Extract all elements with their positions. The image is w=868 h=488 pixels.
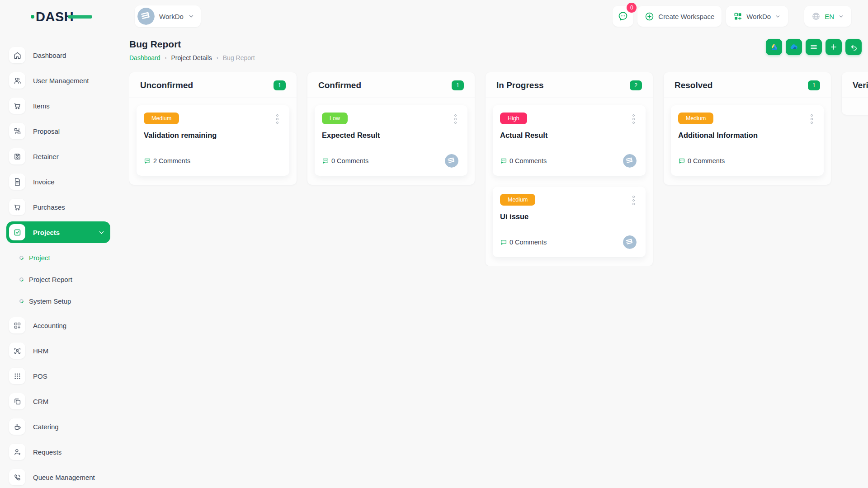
card-comments[interactable]: 0 Comments xyxy=(322,157,368,164)
onedrive-button[interactable] xyxy=(786,39,802,55)
dots-grid-icon xyxy=(9,368,25,384)
sidebar-item-queue-management[interactable]: Queue Management xyxy=(6,466,110,488)
card-comments[interactable]: 0 Comments xyxy=(678,157,725,164)
column-count-badge: 1 xyxy=(452,80,464,90)
column-title: Resolved xyxy=(675,80,712,90)
column-count-badge: 1 xyxy=(274,80,286,90)
assignee-avatar[interactable] xyxy=(801,154,815,168)
card-title[interactable]: Additional Information xyxy=(678,131,815,140)
sidebar-item-proposal[interactable]: Proposal xyxy=(6,120,110,142)
sidebar-subitem-project[interactable]: Project xyxy=(6,247,117,268)
card-menu-button[interactable] xyxy=(631,194,637,207)
card-comments[interactable]: 0 Comments xyxy=(500,239,547,246)
sidebar: Dashboard User Management Items Proposal… xyxy=(0,33,117,488)
card-menu-button[interactable] xyxy=(809,113,815,126)
sidebar-item-hrm[interactable]: HRM xyxy=(6,340,110,361)
priority-badge: Medium xyxy=(144,113,179,124)
breadcrumb-project-details[interactable]: Project Details xyxy=(171,54,212,61)
language-selector[interactable]: EN xyxy=(804,6,851,27)
card-title[interactable]: Validation remaining xyxy=(144,131,280,140)
breadcrumb: Dashboard › Project Details › Bug Report xyxy=(129,54,255,61)
breadcrumb-separator: › xyxy=(217,55,218,61)
sidebar-item-projects[interactable]: Projects xyxy=(6,221,110,243)
comment-icon xyxy=(322,157,329,164)
create-workspace-button[interactable]: Create Workspace xyxy=(637,6,722,27)
sidebar-item-crm[interactable]: CRM xyxy=(6,390,110,412)
chat-bubble-icon xyxy=(618,11,628,22)
assignee-avatar[interactable] xyxy=(267,154,280,168)
card-menu-button[interactable] xyxy=(274,113,280,126)
chevron-right-icon xyxy=(98,423,105,430)
chevron-right-icon xyxy=(98,474,105,481)
sidebar-item-dashboard[interactable]: Dashboard xyxy=(6,44,110,66)
undo-arrow-icon xyxy=(849,43,858,52)
comment-icon xyxy=(500,239,507,246)
sidebar-subitem-project-report[interactable]: Project Report xyxy=(6,268,117,290)
list-view-button[interactable] xyxy=(806,39,822,55)
card-comments[interactable]: 2 Comments xyxy=(144,157,190,164)
back-button[interactable] xyxy=(845,39,862,55)
kanban-card[interactable]: High Actual Result 0 Comments xyxy=(493,105,646,176)
kanban-card[interactable]: Medium Ui issue 0 Comments xyxy=(493,187,646,257)
sidebar-item-retainer[interactable]: Retainer xyxy=(6,145,110,167)
breadcrumb-dashboard[interactable]: Dashboard xyxy=(129,54,160,61)
file-text-icon xyxy=(9,174,25,190)
sidebar-item-pos[interactable]: POS xyxy=(6,365,110,387)
chevron-right-icon xyxy=(98,52,105,59)
submenu-bullet-icon xyxy=(19,277,24,282)
topbar: DASH WorkDo 0 Create Workspace WorkDo EN xyxy=(0,0,868,33)
submenu-bullet-icon xyxy=(19,298,24,304)
kanban-card[interactable]: Medium Validation remaining 2 Comments xyxy=(137,105,289,176)
chevron-down-icon xyxy=(98,229,105,236)
kanban-column-unconfirmed: Unconfirmed 1 Medium Validation remainin… xyxy=(129,72,297,185)
chevron-right-icon xyxy=(98,347,105,354)
sidebar-item-catering[interactable]: Catering xyxy=(6,416,110,437)
assignee-avatar[interactable] xyxy=(623,154,637,168)
kanban-column-verified: Verified xyxy=(842,72,868,115)
chevron-right-icon xyxy=(98,398,105,405)
chevron-down-icon xyxy=(775,14,781,19)
submenu-bullet-icon xyxy=(19,255,24,261)
sidebar-item-purchases[interactable]: Purchases xyxy=(6,196,110,218)
gdrive-button[interactable] xyxy=(766,39,782,55)
grid-plus-icon xyxy=(9,317,25,333)
sidebar-item-items[interactable]: Items xyxy=(6,95,110,117)
kanban-card[interactable]: Low Expected Result 0 Comments xyxy=(315,105,467,176)
workspace-selector[interactable]: WorkDo xyxy=(135,5,201,27)
card-menu-button[interactable] xyxy=(631,113,637,126)
assignee-avatar[interactable] xyxy=(623,235,637,249)
dash-logo: DASH xyxy=(31,7,93,25)
comment-icon xyxy=(144,157,151,164)
sidebar-subitem-system-setup[interactable]: System Setup xyxy=(6,290,117,312)
list-icon xyxy=(810,43,818,51)
priority-badge: Medium xyxy=(678,113,713,124)
gdrive-icon xyxy=(770,43,778,52)
sidebar-item-user-management[interactable]: User Management xyxy=(6,70,110,91)
chevron-right-icon xyxy=(98,204,105,211)
sidebar-item-accounting[interactable]: Accounting xyxy=(6,314,110,336)
card-title[interactable]: Ui issue xyxy=(500,212,637,221)
workspace-menu-label: WorkDo xyxy=(746,13,771,20)
kanban-card[interactable]: Medium Additional Information 0 Comments xyxy=(671,105,824,176)
card-title[interactable]: Actual Result xyxy=(500,131,637,140)
assignee-avatar[interactable] xyxy=(445,154,458,168)
card-title[interactable]: Expected Result xyxy=(322,131,458,140)
kanban-board: Unconfirmed 1 Medium Validation remainin… xyxy=(129,72,868,266)
person-scan-icon xyxy=(9,343,25,359)
globe-icon xyxy=(811,12,821,21)
add-stage-button[interactable] xyxy=(826,39,842,55)
grid-plus-icon xyxy=(733,12,742,21)
plus-circle-icon xyxy=(645,12,654,21)
sidebar-item-invoice[interactable]: Invoice xyxy=(6,171,110,192)
card-menu-button[interactable] xyxy=(453,113,458,126)
comment-icon xyxy=(500,157,507,164)
page-actions xyxy=(766,39,862,55)
page-title: Bug Report xyxy=(129,39,255,50)
workspace-menu-button[interactable]: WorkDo xyxy=(726,6,788,27)
column-count-badge: 2 xyxy=(630,80,642,90)
messages-badge: 0 xyxy=(627,3,637,13)
priority-badge: High xyxy=(500,113,527,124)
sidebar-item-requests[interactable]: Requests xyxy=(6,441,110,463)
messages-button[interactable]: 0 xyxy=(613,6,633,27)
card-comments[interactable]: 0 Comments xyxy=(500,157,547,164)
